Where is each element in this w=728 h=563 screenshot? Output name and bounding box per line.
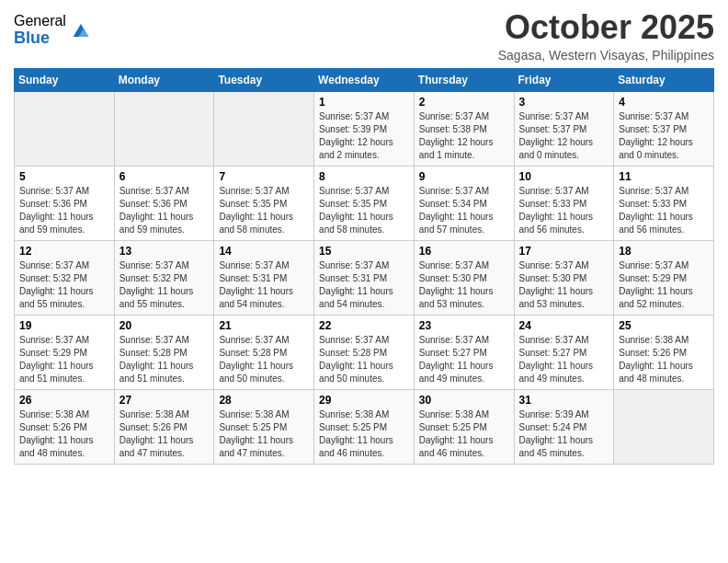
day-number: 13 <box>119 245 210 258</box>
calendar-cell: 13Sunrise: 5:37 AM Sunset: 5:32 PM Dayli… <box>114 240 214 315</box>
day-info: Sunrise: 5:37 AM Sunset: 5:28 PM Dayligh… <box>119 334 210 385</box>
day-number: 27 <box>119 394 210 407</box>
day-info: Sunrise: 5:37 AM Sunset: 5:36 PM Dayligh… <box>19 185 109 236</box>
col-header-wednesday: Wednesday <box>314 68 415 91</box>
week-row-2: 5Sunrise: 5:37 AM Sunset: 5:36 PM Daylig… <box>15 166 714 240</box>
week-row-1: 1Sunrise: 5:37 AM Sunset: 5:39 PM Daylig… <box>15 91 714 166</box>
day-number: 4 <box>619 96 709 109</box>
month-title: October 2025 <box>498 9 714 46</box>
day-info: Sunrise: 5:37 AM Sunset: 5:29 PM Dayligh… <box>619 259 709 311</box>
calendar-cell: 24Sunrise: 5:37 AM Sunset: 5:27 PM Dayli… <box>514 315 614 389</box>
day-info: Sunrise: 5:38 AM Sunset: 5:26 PM Dayligh… <box>619 334 709 385</box>
day-info: Sunrise: 5:37 AM Sunset: 5:37 PM Dayligh… <box>619 110 709 162</box>
calendar-cell <box>114 91 214 166</box>
calendar-cell: 14Sunrise: 5:37 AM Sunset: 5:31 PM Dayli… <box>214 240 314 315</box>
day-info: Sunrise: 5:37 AM Sunset: 5:29 PM Dayligh… <box>19 334 109 385</box>
day-info: Sunrise: 5:38 AM Sunset: 5:26 PM Dayligh… <box>19 408 109 460</box>
calendar-cell: 21Sunrise: 5:37 AM Sunset: 5:28 PM Dayli… <box>214 315 314 389</box>
logo: General Blue <box>14 13 94 47</box>
day-number: 17 <box>519 245 609 258</box>
col-header-tuesday: Tuesday <box>214 68 314 91</box>
day-number: 18 <box>619 245 709 258</box>
day-info: Sunrise: 5:38 AM Sunset: 5:25 PM Dayligh… <box>319 408 409 460</box>
day-info: Sunrise: 5:37 AM Sunset: 5:38 PM Dayligh… <box>419 110 509 162</box>
calendar-cell: 25Sunrise: 5:38 AM Sunset: 5:26 PM Dayli… <box>614 315 714 389</box>
day-info: Sunrise: 5:37 AM Sunset: 5:35 PM Dayligh… <box>319 185 409 236</box>
title-block: October 2025 Sagasa, Western Visayas, Ph… <box>498 9 714 63</box>
calendar-cell: 8Sunrise: 5:37 AM Sunset: 5:35 PM Daylig… <box>314 166 415 240</box>
day-info: Sunrise: 5:39 AM Sunset: 5:24 PM Dayligh… <box>519 408 609 460</box>
day-number: 5 <box>19 170 109 183</box>
day-number: 20 <box>119 319 210 332</box>
calendar-cell <box>214 91 314 166</box>
day-info: Sunrise: 5:37 AM Sunset: 5:31 PM Dayligh… <box>319 259 409 311</box>
calendar-cell: 16Sunrise: 5:37 AM Sunset: 5:30 PM Dayli… <box>414 240 514 315</box>
calendar-cell: 5Sunrise: 5:37 AM Sunset: 5:36 PM Daylig… <box>15 166 115 240</box>
calendar-cell: 30Sunrise: 5:38 AM Sunset: 5:25 PM Dayli… <box>414 389 514 464</box>
calendar-cell: 15Sunrise: 5:37 AM Sunset: 5:31 PM Dayli… <box>314 240 415 315</box>
day-info: Sunrise: 5:37 AM Sunset: 5:33 PM Dayligh… <box>519 185 609 236</box>
day-number: 12 <box>19 245 109 258</box>
day-number: 19 <box>19 319 109 332</box>
calendar-cell: 12Sunrise: 5:37 AM Sunset: 5:32 PM Dayli… <box>15 240 115 315</box>
day-info: Sunrise: 5:37 AM Sunset: 5:27 PM Dayligh… <box>519 334 609 385</box>
day-number: 28 <box>219 394 309 407</box>
location: Sagasa, Western Visayas, Philippines <box>498 48 714 63</box>
calendar-cell: 17Sunrise: 5:37 AM Sunset: 5:30 PM Dayli… <box>514 240 614 315</box>
day-number: 8 <box>319 170 409 183</box>
page-header: General Blue October 2025 Sagasa, Wester… <box>14 9 714 63</box>
day-info: Sunrise: 5:38 AM Sunset: 5:25 PM Dayligh… <box>419 408 509 460</box>
logo-general: General <box>14 13 66 29</box>
day-number: 22 <box>319 319 409 332</box>
day-number: 21 <box>219 319 309 332</box>
calendar-cell: 23Sunrise: 5:37 AM Sunset: 5:27 PM Dayli… <box>414 315 514 389</box>
day-number: 14 <box>219 245 309 258</box>
day-number: 10 <box>519 170 609 183</box>
calendar-cell <box>614 389 714 464</box>
day-info: Sunrise: 5:38 AM Sunset: 5:26 PM Dayligh… <box>119 408 210 460</box>
day-info: Sunrise: 5:37 AM Sunset: 5:28 PM Dayligh… <box>219 334 309 385</box>
day-number: 25 <box>619 319 709 332</box>
day-number: 7 <box>219 170 309 183</box>
day-number: 31 <box>519 394 609 407</box>
day-number: 16 <box>419 245 509 258</box>
day-info: Sunrise: 5:37 AM Sunset: 5:31 PM Dayligh… <box>219 259 309 311</box>
calendar-cell: 11Sunrise: 5:37 AM Sunset: 5:33 PM Dayli… <box>614 166 714 240</box>
calendar-cell: 10Sunrise: 5:37 AM Sunset: 5:33 PM Dayli… <box>514 166 614 240</box>
calendar-cell: 26Sunrise: 5:38 AM Sunset: 5:26 PM Dayli… <box>15 389 115 464</box>
logo-icon <box>68 17 94 43</box>
day-number: 23 <box>419 319 509 332</box>
day-info: Sunrise: 5:37 AM Sunset: 5:35 PM Dayligh… <box>219 185 309 236</box>
day-number: 24 <box>519 319 609 332</box>
col-header-saturday: Saturday <box>614 68 714 91</box>
calendar-cell: 18Sunrise: 5:37 AM Sunset: 5:29 PM Dayli… <box>614 240 714 315</box>
calendar-cell: 3Sunrise: 5:37 AM Sunset: 5:37 PM Daylig… <box>514 91 614 166</box>
day-info: Sunrise: 5:37 AM Sunset: 5:34 PM Dayligh… <box>419 185 509 236</box>
header-row: SundayMondayTuesdayWednesdayThursdayFrid… <box>15 68 714 91</box>
day-number: 11 <box>619 170 709 183</box>
calendar-cell: 22Sunrise: 5:37 AM Sunset: 5:28 PM Dayli… <box>314 315 415 389</box>
day-number: 1 <box>319 96 409 109</box>
calendar-cell: 28Sunrise: 5:38 AM Sunset: 5:25 PM Dayli… <box>214 389 314 464</box>
day-info: Sunrise: 5:37 AM Sunset: 5:28 PM Dayligh… <box>319 334 409 385</box>
day-info: Sunrise: 5:37 AM Sunset: 5:36 PM Dayligh… <box>119 185 210 236</box>
calendar-table: SundayMondayTuesdayWednesdayThursdayFrid… <box>14 68 714 465</box>
calendar-cell <box>15 91 115 166</box>
calendar-cell: 7Sunrise: 5:37 AM Sunset: 5:35 PM Daylig… <box>214 166 314 240</box>
logo-blue: Blue <box>14 29 66 48</box>
day-number: 6 <box>119 170 210 183</box>
day-number: 15 <box>319 245 409 258</box>
day-number: 9 <box>419 170 509 183</box>
col-header-friday: Friday <box>514 68 614 91</box>
calendar-cell: 1Sunrise: 5:37 AM Sunset: 5:39 PM Daylig… <box>314 91 415 166</box>
day-info: Sunrise: 5:37 AM Sunset: 5:39 PM Dayligh… <box>319 110 409 162</box>
day-number: 30 <box>419 394 509 407</box>
day-info: Sunrise: 5:37 AM Sunset: 5:32 PM Dayligh… <box>19 259 109 311</box>
col-header-sunday: Sunday <box>15 68 115 91</box>
calendar-cell: 9Sunrise: 5:37 AM Sunset: 5:34 PM Daylig… <box>414 166 514 240</box>
day-info: Sunrise: 5:37 AM Sunset: 5:30 PM Dayligh… <box>519 259 609 311</box>
col-header-thursday: Thursday <box>414 68 514 91</box>
day-info: Sunrise: 5:37 AM Sunset: 5:27 PM Dayligh… <box>419 334 509 385</box>
day-number: 26 <box>19 394 109 407</box>
day-info: Sunrise: 5:37 AM Sunset: 5:30 PM Dayligh… <box>419 259 509 311</box>
